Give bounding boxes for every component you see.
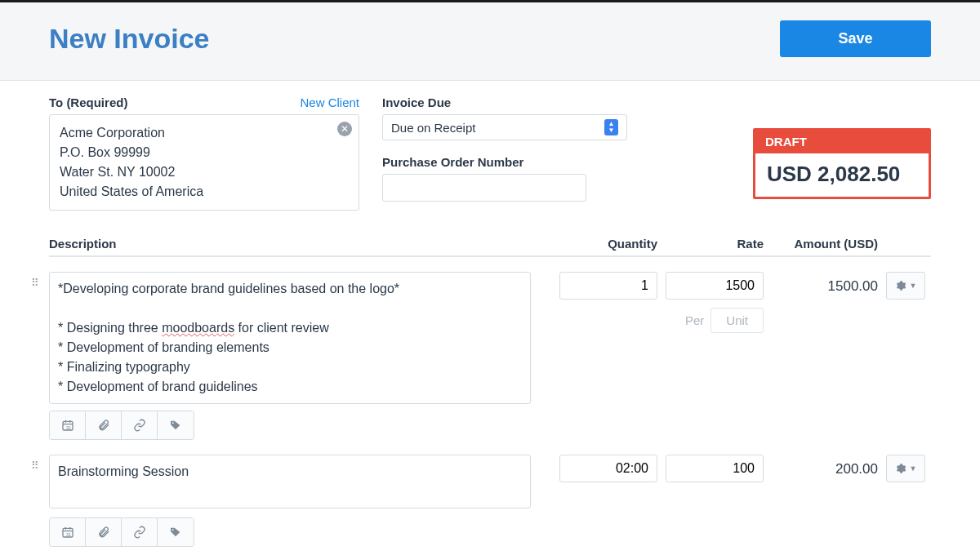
col-description: Description xyxy=(49,237,559,251)
invoice-due-label: Invoice Due xyxy=(382,95,627,109)
chevron-down-icon: ▼ xyxy=(910,464,917,473)
cell-rate xyxy=(657,455,764,482)
po-label: Purchase Order Number xyxy=(382,155,627,169)
content-area: To (Required) New Client Acme Corporatio… xyxy=(0,81,980,555)
invoice-due-select[interactable]: Due on Receipt ▲▼ xyxy=(382,114,627,140)
line-toolbar: 31 xyxy=(49,517,194,547)
invoice-top-grid: To (Required) New Client Acme Corporatio… xyxy=(49,95,931,211)
tag-icon[interactable] xyxy=(158,518,194,546)
cell-quantity xyxy=(547,272,657,300)
invoice-total-box: DRAFT USD 2,082.50 xyxy=(753,128,931,199)
cell-amount: 200.00 xyxy=(764,455,878,477)
client-address-box[interactable]: Acme Corporation P.O. Box 99999 Water St… xyxy=(49,114,359,211)
cell-description: 31 xyxy=(49,455,547,547)
invoice-total-amount: USD 2,082.50 xyxy=(755,153,929,197)
svg-text:31: 31 xyxy=(66,532,71,537)
draft-badge: DRAFT xyxy=(755,131,929,153)
line-items-header: Description Quantity Rate Amount (USD) xyxy=(49,237,931,257)
invoice-meta-column: Invoice Due Due on Receipt ▲▼ Purchase O… xyxy=(382,95,627,202)
client-column: To (Required) New Client Acme Corporatio… xyxy=(49,95,359,211)
quantity-input[interactable] xyxy=(559,272,657,300)
select-stepper-icon: ▲▼ xyxy=(604,119,618,135)
invoice-due-value: Due on Receipt xyxy=(391,121,475,135)
description-input[interactable]: *Developing corporate brand guidelines b… xyxy=(49,272,531,404)
cell-description: *Developing corporate brand guidelines b… xyxy=(49,272,547,440)
client-line3: Water St. NY 10002 xyxy=(60,162,349,182)
new-client-link[interactable]: New Client xyxy=(300,95,359,109)
cell-actions: ▼ xyxy=(878,272,925,300)
gear-icon xyxy=(895,280,906,291)
gear-icon xyxy=(895,463,906,474)
line-settings-button[interactable]: ▼ xyxy=(886,272,925,300)
client-label-row: To (Required) New Client xyxy=(49,95,359,109)
attachment-icon[interactable] xyxy=(86,518,122,546)
clear-client-icon[interactable]: ✕ xyxy=(337,122,352,136)
cell-actions: ▼ xyxy=(878,455,925,482)
line-item-row: ⠿ 31 200.00 xyxy=(49,440,931,547)
col-quantity: Quantity xyxy=(559,237,657,251)
cell-rate: Per Unit xyxy=(657,272,764,333)
unit-select[interactable]: Unit xyxy=(710,308,764,333)
line-item-row: ⠿ *Developing corporate brand guidelines… xyxy=(49,257,931,440)
rate-input[interactable] xyxy=(666,272,764,300)
svg-text:31: 31 xyxy=(66,425,71,430)
line-toolbar: 31 xyxy=(49,411,194,440)
chevron-down-icon: ▼ xyxy=(910,282,917,290)
client-name: Acme Corporation xyxy=(60,123,349,143)
save-button[interactable]: Save xyxy=(780,20,931,57)
tag-icon[interactable] xyxy=(158,411,194,439)
client-line2: P.O. Box 99999 xyxy=(60,143,349,162)
col-rate: Rate xyxy=(657,237,764,251)
col-amount: Amount (USD) xyxy=(764,237,878,251)
client-line4: United States of America xyxy=(60,182,349,202)
page-title: New Invoice xyxy=(49,23,210,55)
drag-handle-icon[interactable]: ⠿ xyxy=(31,460,40,472)
total-column: DRAFT USD 2,082.50 xyxy=(753,95,931,199)
per-label: Per xyxy=(685,313,704,327)
svg-point-11 xyxy=(172,529,174,531)
description-input[interactable] xyxy=(49,455,531,508)
cell-quantity xyxy=(547,455,657,482)
calendar-icon[interactable]: 31 xyxy=(50,518,86,546)
calendar-icon[interactable]: 31 xyxy=(50,411,86,439)
rate-input[interactable] xyxy=(666,455,764,482)
cell-amount: 1500.00 xyxy=(764,272,878,295)
drag-handle-icon[interactable]: ⠿ xyxy=(31,277,40,289)
quantity-input[interactable] xyxy=(559,455,657,482)
per-unit-row: Per Unit xyxy=(657,308,764,333)
link-icon[interactable] xyxy=(122,518,158,546)
page-header: New Invoice Save xyxy=(0,2,980,81)
po-input[interactable] xyxy=(382,174,586,202)
link-icon[interactable] xyxy=(122,411,158,439)
client-label: To (Required) xyxy=(49,95,127,109)
attachment-icon[interactable] xyxy=(86,411,122,439)
line-settings-button[interactable]: ▼ xyxy=(886,455,925,482)
svg-point-5 xyxy=(172,422,174,424)
